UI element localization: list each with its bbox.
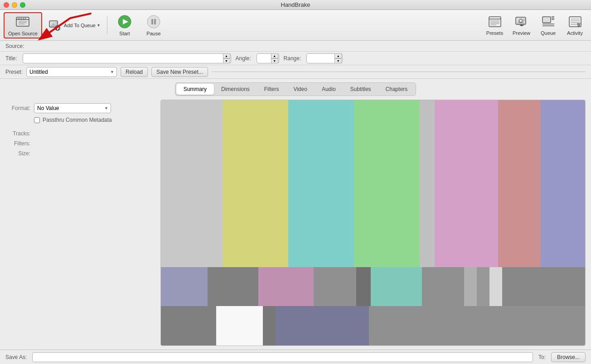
preset-divider — [212, 72, 586, 72]
open-source-button[interactable]: Open Source — [4, 12, 42, 38]
start-icon — [117, 14, 132, 29]
source-label: Source: — [5, 43, 24, 49]
presets-button[interactable]: Presets — [482, 12, 507, 38]
color-block-rose — [498, 100, 541, 267]
svg-rect-21 — [154, 19, 156, 24]
toolbar: Open Source Add To Queue ▾ — [0, 10, 591, 41]
toolbar-separator-1 — [107, 16, 107, 34]
svg-rect-20 — [151, 19, 153, 24]
color-block-nearwhite — [489, 267, 502, 307]
color-block-green — [354, 100, 420, 267]
preset-field-label: Preset: — [5, 69, 23, 75]
left-sidebar: Format: No Value ▼ Passthru Common Metad… — [5, 100, 155, 346]
size-field: Size: — [5, 150, 155, 157]
title-input[interactable] — [23, 53, 231, 63]
color-block-darkgray — [208, 267, 258, 307]
minimize-button[interactable] — [12, 2, 17, 8]
format-select[interactable]: No Value — [34, 103, 111, 113]
color-block-bottom4 — [276, 306, 369, 345]
svg-rect-37 — [543, 17, 550, 22]
add-to-queue-icon — [48, 18, 62, 33]
presets-icon — [488, 15, 502, 29]
angle-field-label: Angle: — [236, 55, 251, 62]
color-block-darkstrip — [356, 267, 371, 307]
save-new-preset-button[interactable]: Save New Preset... — [151, 67, 208, 77]
color-block-teal — [288, 100, 354, 267]
color-block-white — [216, 306, 263, 345]
color-block-bottom3 — [263, 306, 276, 345]
color-block-bottom1 — [161, 306, 216, 345]
title-bar: HandBrake — [0, 0, 591, 10]
color-block-gray2 — [420, 100, 435, 267]
color-block-bottom5 — [369, 306, 585, 345]
add-to-queue-dropdown-icon[interactable]: ▾ — [97, 23, 100, 28]
maximize-button[interactable] — [20, 2, 25, 8]
range-stepper-up[interactable]: ▲ — [334, 53, 342, 58]
queue-button[interactable]: Queue — [536, 12, 561, 38]
tab-audio[interactable]: Audio — [315, 84, 343, 95]
size-label: Size: — [5, 150, 30, 157]
activity-button[interactable]: Activity — [562, 12, 587, 38]
queue-label: Queue — [541, 30, 556, 36]
queue-icon — [542, 15, 555, 29]
start-button[interactable]: Start — [111, 12, 138, 38]
tracks-field: Tracks: — [5, 130, 155, 137]
main-content: Summary Dimensions Filters Video Audio S… — [0, 79, 591, 350]
tabs-container: Summary Dimensions Filters Video Audio S… — [175, 82, 417, 96]
tab-chapters[interactable]: Chapters — [378, 84, 415, 95]
window-controls — [4, 2, 25, 8]
pause-button[interactable]: Pause — [140, 12, 167, 38]
tab-dimensions[interactable]: Dimensions — [214, 84, 257, 95]
preview-button[interactable]: Preview — [509, 12, 534, 38]
color-block-gray3 — [422, 267, 465, 307]
save-as-label: Save As: — [5, 354, 27, 360]
title-row: Title: ▲ ▼ Angle: ▲ ▼ Range: ▲ ▼ — [0, 52, 591, 65]
presets-label: Presets — [486, 30, 503, 36]
tab-subtitles[interactable]: Subtitles — [343, 84, 378, 95]
color-block-midgray — [314, 267, 356, 307]
pause-label: Pause — [146, 31, 160, 36]
activity-label: Activity — [567, 30, 583, 36]
angle-stepper-up[interactable]: ▲ — [271, 53, 278, 58]
add-to-queue-label: Add To Queue — [64, 23, 96, 28]
tab-summary[interactable]: Summary — [176, 84, 214, 95]
save-as-input[interactable] — [32, 352, 533, 362]
passthru-label: Passthru Common Metadata — [43, 117, 112, 123]
passthru-row: Passthru Common Metadata — [5, 117, 155, 123]
angle-stepper-down[interactable]: ▼ — [271, 58, 278, 63]
close-button[interactable] — [4, 2, 9, 8]
format-field: Format: No Value ▼ — [5, 103, 155, 113]
range-stepper-down[interactable]: ▼ — [334, 58, 342, 63]
add-to-queue-button[interactable]: Add To Queue ▾ — [44, 12, 103, 38]
filters-field: Filters: — [5, 140, 155, 147]
passthru-checkbox[interactable] — [34, 117, 40, 123]
tracks-label: Tracks: — [5, 130, 30, 137]
tab-filters[interactable]: Filters — [257, 84, 286, 95]
tab-video[interactable]: Video — [286, 84, 314, 95]
toolbar-right: Presets Preview — [482, 12, 587, 38]
to-label: To: — [538, 354, 546, 360]
color-block-gray4 — [477, 267, 489, 307]
reload-button[interactable]: Reload — [121, 67, 148, 77]
color-block-lightgray — [464, 267, 477, 307]
save-row: Save As: To: Browse... — [0, 350, 591, 364]
title-stepper-down[interactable]: ▼ — [223, 58, 230, 63]
preset-select[interactable]: Untitled — [26, 67, 117, 77]
color-block-gray — [161, 100, 223, 267]
title-field-label: Title: — [5, 55, 17, 62]
start-label: Start — [119, 31, 130, 36]
browse-button[interactable]: Browse... — [551, 352, 586, 362]
activity-icon — [568, 15, 582, 29]
title-stepper-up[interactable]: ▲ — [223, 53, 230, 58]
color-block-mint — [371, 267, 421, 307]
content-panel: Format: No Value ▼ Passthru Common Metad… — [0, 96, 591, 350]
app-title: HandBrake — [281, 1, 310, 8]
format-label: Format: — [5, 105, 30, 111]
preview-label: Preview — [513, 30, 530, 36]
color-block-yellow — [223, 100, 288, 267]
svg-point-13 — [55, 22, 57, 24]
color-grid — [161, 100, 585, 345]
svg-point-31 — [523, 19, 525, 21]
svg-point-19 — [147, 15, 160, 28]
color-block-darkright — [502, 267, 585, 307]
